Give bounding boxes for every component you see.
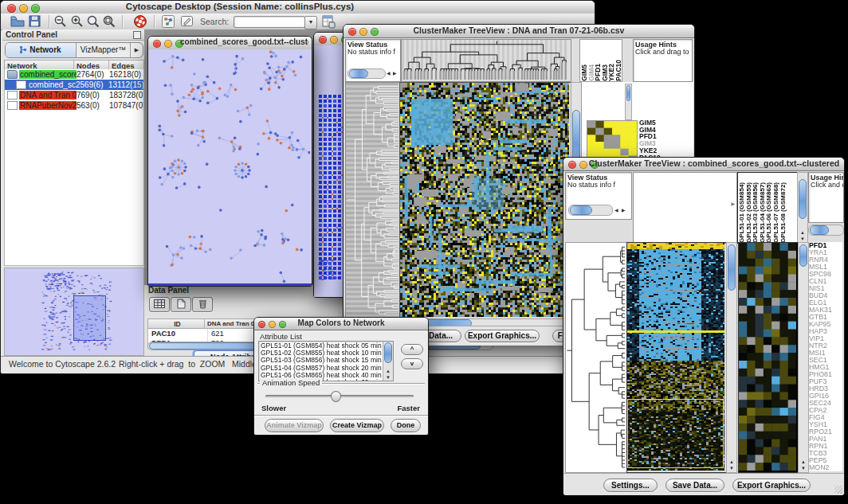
minimize-button[interactable] — [330, 36, 338, 44]
scroll-down-arrow[interactable]: ▼ — [386, 375, 391, 380]
network-row-icon — [16, 80, 26, 89]
close-button[interactable] — [568, 161, 576, 169]
network-tree-icon — [20, 46, 27, 53]
tv1-usage-hints-panel: Usage Hints Click and drag to — [633, 39, 693, 82]
scroll-left-arrow[interactable]: ◀ — [387, 71, 391, 76]
move-up-button[interactable]: ^ — [401, 344, 423, 355]
done-button[interactable]: Done — [391, 419, 421, 432]
scrollbar-thumb[interactable] — [349, 69, 368, 78]
network-table-row[interactable]: RNAPuberNov2+ 563(0) 107847(0) — [5, 100, 143, 111]
scrollbar-thumb[interactable] — [570, 205, 592, 215]
move-down-button[interactable]: v — [401, 358, 423, 369]
scroll-up-arrow[interactable]: ▲ — [800, 230, 805, 235]
zoom-in-icon[interactable] — [70, 14, 86, 29]
scroll-right-arrow[interactable]: ▶ — [393, 71, 397, 76]
close-button[interactable] — [348, 28, 356, 36]
dialog-titlebar[interactable]: Map Colors to Network — [254, 318, 428, 330]
help-icon[interactable] — [133, 14, 149, 29]
tv2-zoom-heatmap[interactable] — [739, 243, 796, 471]
annotation-icon[interactable] — [180, 14, 196, 29]
search-input[interactable] — [234, 16, 305, 28]
network-table-row[interactable]: combined_scores_ 2764(0) 16218(0) — [5, 69, 143, 80]
tv1-row-dendrogram[interactable] — [346, 83, 398, 317]
network-overview-panel[interactable] — [4, 268, 144, 356]
close-button[interactable] — [153, 40, 161, 48]
tv1-heatmap[interactable] — [400, 83, 569, 317]
export-graphics-button[interactable]: Export Graphics... — [465, 330, 540, 342]
save-data-button[interactable]: Save Data... — [665, 479, 724, 492]
scroll-up-arrow[interactable]: ▲ — [386, 369, 391, 373]
tv2-titlebar[interactable]: ClusterMaker TreeView : combined_scores_… — [563, 158, 844, 171]
scroll-down-arrow[interactable]: ▼ — [800, 236, 805, 241]
new-attribute-button[interactable] — [171, 297, 191, 312]
tv2-global-heatmap[interactable] — [627, 243, 724, 471]
tv2-view-status-panel: View Status No status info f ◀ ▶ — [565, 172, 632, 220]
tv2-global-vscrollbar[interactable]: ▲ ▼ — [726, 242, 737, 473]
tv2-column-dendrogram[interactable]: ▶ — [633, 172, 737, 244]
network-table-row[interactable]: combined_sco 2569(6) 13112(15) — [5, 80, 143, 90]
tree-marker-icon: ▶ — [731, 201, 735, 206]
desktop: Cytoscape Desktop (Session Name: collins… — [0, 0, 848, 504]
scroll-down-arrow[interactable]: ▼ — [729, 466, 734, 471]
tv1-mini-vscrollbar[interactable] — [625, 84, 632, 120]
save-session-icon[interactable] — [28, 14, 44, 29]
attribute-list-vscrollbar[interactable]: ▲ ▼ — [383, 342, 393, 381]
scroll-down-arrow[interactable]: ▼ — [801, 466, 806, 471]
tv1-titlebar[interactable]: ClusterMaker TreeView : DNA and Tran 07-… — [344, 25, 694, 38]
scroll-up-arrow[interactable]: ▲ — [729, 459, 734, 464]
export-graphics-button[interactable]: Export Graphics... — [732, 479, 811, 492]
vizmapper-icon[interactable] — [161, 14, 177, 29]
scrollbar-thumb[interactable] — [626, 85, 630, 101]
attribute-listbox[interactable]: GPL51-01 (GSM854) heat shock 05 minGPL51… — [258, 341, 394, 381]
tv2-zoom-vscrollbar[interactable]: ▲ ▼ — [798, 242, 809, 473]
tv1-column-dendrogram[interactable] — [402, 40, 569, 80]
zoom-fit-icon[interactable] — [102, 14, 118, 29]
zoom-selected-icon[interactable] — [86, 14, 102, 29]
tv2-row-dendrogram[interactable] — [566, 243, 625, 471]
scroll-left-arrow[interactable]: ◀ — [614, 208, 618, 213]
net1-view[interactable] — [148, 49, 312, 286]
tv2-status-hscrollbar[interactable] — [568, 205, 613, 216]
create-vizmap-button[interactable]: Create Vizmap — [330, 419, 384, 432]
overview-canvas[interactable] — [5, 268, 142, 354]
import-table-icon[interactable] — [321, 14, 337, 29]
scroll-up-arrow[interactable]: ▲ — [801, 459, 806, 464]
tv2-usage-hscrollbar[interactable] — [808, 225, 844, 236]
scrollbar-thumb[interactable] — [384, 342, 392, 363]
tab-network[interactable]: Network — [6, 43, 77, 57]
scrollbar-thumb[interactable] — [728, 244, 736, 291]
scrollbar-thumb[interactable] — [799, 179, 807, 219]
animation-slider-thumb[interactable] — [331, 391, 341, 402]
scrollbar-thumb[interactable] — [810, 225, 829, 235]
window-title: ClusterMaker TreeView : DNA and Tran 07-… — [367, 25, 670, 37]
minimize-button[interactable] — [579, 161, 587, 169]
scroll-right-arrow[interactable]: ▶ — [622, 208, 626, 213]
delete-attribute-button[interactable] — [192, 297, 213, 312]
network-name-cell: combined_scores_ — [19, 70, 77, 79]
main-titlebar[interactable]: Cytoscape Desktop (Session Name: collins… — [1, 1, 595, 14]
tv2-collabel-vscrollbar[interactable]: ▲ ▼ — [797, 172, 808, 244]
float-panel-icon[interactable] — [133, 31, 141, 39]
net1-canvas[interactable] — [148, 49, 310, 283]
network-edges-cell: 13112(15) — [108, 80, 144, 89]
close-button[interactable] — [319, 36, 327, 44]
animate-vizmap-button[interactable]: Animate Vizmap — [265, 419, 324, 432]
table-mode-button[interactable] — [149, 297, 170, 312]
window-title: ClusterMaker TreeView : combined_scores_… — [587, 158, 841, 170]
resize-grip[interactable] — [834, 486, 842, 494]
settings-button[interactable]: Settings... — [603, 479, 658, 492]
search-dropdown[interactable]: ▼ — [304, 16, 317, 29]
zoom-out-icon[interactable] — [53, 14, 69, 29]
network-table-row[interactable]: DNA and Tran 07 769(0) 183728(0) — [5, 90, 143, 100]
network-name-cell: RNAPuberNov2+ — [19, 101, 77, 110]
control-panel-tabs: Network VizMapper™ ▶ — [5, 42, 143, 58]
tab-vizmapper[interactable]: VizMapper™ — [77, 43, 131, 57]
net1-titlebar[interactable]: combined_scores_good.txt--cluste... — [148, 37, 312, 50]
minimize-button[interactable] — [164, 40, 172, 48]
tab-overflow[interactable]: ▶ — [131, 43, 143, 57]
open-session-icon[interactable] — [10, 14, 26, 29]
tv1-status-hscrollbar[interactable] — [347, 68, 386, 79]
scrollbar-thumb[interactable] — [799, 244, 807, 267]
minimize-button[interactable] — [359, 28, 367, 36]
trash-icon — [198, 299, 207, 309]
